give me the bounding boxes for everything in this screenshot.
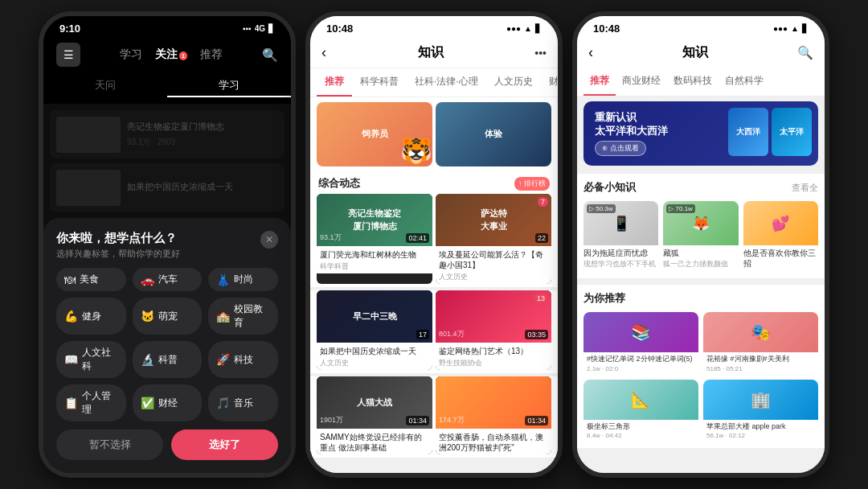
battery-3: ▋ xyxy=(802,24,809,33)
menu-icon[interactable]: ☰ xyxy=(56,43,80,67)
video-card-4[interactable]: 13 03:35 801.4万 鉴定网络热门艺术（13） 野生技能协会 xyxy=(436,290,551,370)
must-know-card-3[interactable]: 💕 他是否喜欢你教你三招 xyxy=(743,201,818,272)
tab-recommend-3[interactable]: 推荐 xyxy=(583,68,616,96)
tab-business-3[interactable]: 商业财经 xyxy=(616,68,667,96)
nav-badge: 1 xyxy=(179,51,187,60)
must-know-card-2[interactable]: 🦊 ▷ 70.1w 藏狐 狐一己之力拯救颜值 xyxy=(663,201,738,272)
phone1-content: 亮记生物鉴定厦门博物志 93.1万 · 2903 如果把中国历史浓缩成一天 你来… xyxy=(43,104,291,473)
back-button-3[interactable]: ‹ xyxy=(588,44,593,61)
tag-fashion[interactable]: 👗时尚 xyxy=(208,268,278,291)
skip-button[interactable]: 暂不选择 xyxy=(56,429,163,460)
page-title-3: 知识 xyxy=(600,44,791,61)
video-card-3[interactable]: 早二中三晚 17 如果把中国历史浓缩成一天 人文历史 xyxy=(317,290,432,370)
video-thumb-3: 早二中三晚 17 xyxy=(317,290,432,343)
rec-card-1[interactable]: 📚 #快速记忆单词 2分钟速记单词(5) 2.1w · 02:0 xyxy=(583,312,698,375)
tab-nature-3[interactable]: 自然科学 xyxy=(719,68,770,96)
banner-card-2[interactable]: 体验 xyxy=(436,102,551,166)
nav-bar-2: ‹ 知识 ••• xyxy=(310,38,558,68)
nav-bar-3: ‹ 知识 🔍 xyxy=(577,38,825,68)
must-know-title: 必备小知识 xyxy=(583,180,636,195)
status-bar-1: 9:10 ▪▪▪ 4G ▋ xyxy=(43,16,291,38)
recommend-row-2: 📐 极坐标三角形 8.4w · 04:42 🏢 苹果总部大楼 apple par… xyxy=(583,380,818,442)
tag-self-mgmt[interactable]: 📋个人管理 xyxy=(56,384,126,421)
tag-education[interactable]: 🏫校园教育 xyxy=(208,298,278,335)
rec-card-3[interactable]: 📐 极坐标三角形 8.4w · 04:42 xyxy=(583,380,698,442)
tag-pet[interactable]: 🐱萌宠 xyxy=(133,298,203,335)
video-card-2[interactable]: 萨达特大事业 7 22 埃及蔓延公司能算么活？【奇趣小国31】 人文历史 xyxy=(436,194,551,284)
rec-card-4[interactable]: 🏢 苹果总部大楼 apple park 56.1w · 02:12 xyxy=(703,380,818,442)
more-icon-2[interactable]: ••• xyxy=(534,47,547,60)
phone2-content: 饲养员 🐯 体验 综合动态 ↑ 排行榜 亮记生物鉴定厦门博物志 93.1万 02… xyxy=(310,97,558,473)
tag-food[interactable]: 🍽美食 xyxy=(56,268,126,291)
signal-3: ●●● xyxy=(773,24,788,33)
time-3: 10:48 xyxy=(593,23,620,35)
tag-science[interactable]: 🔬科普 xyxy=(133,341,203,378)
video-grid-3: 人猫大战 1901万 01:34 SAMMY始终觉设已经排有的重点 做法则事基础… xyxy=(310,376,558,458)
status-bar-3: 10:48 ●●● ▲ ▋ xyxy=(577,16,825,38)
phone-3: 10:48 ●●● ▲ ▋ ‹ 知识 🔍 推荐 商业财经 数码科技 自然科学 重… xyxy=(572,11,829,478)
search-icon-1[interactable]: 🔍 xyxy=(262,47,278,63)
watch-button-3[interactable]: ⊕ 点击观看 xyxy=(595,141,646,156)
tab-digital-3[interactable]: 数码科技 xyxy=(667,68,719,96)
modal-title: 你来啦，想学点什么？ xyxy=(56,231,180,246)
video-card-6[interactable]: 174.7万 01:34 空投薰香肠，自动杀猫机，澳洲200万野猫被判"死" xyxy=(436,376,551,454)
nav-tab-xuexi[interactable]: 学习 xyxy=(120,47,142,62)
wifi-3: ▲ xyxy=(791,24,799,33)
tag-fitness[interactable]: 💪健身 xyxy=(56,298,126,335)
nav-tab-guanzhu[interactable]: 关注1 xyxy=(155,47,187,62)
time-2: 10:48 xyxy=(326,23,353,35)
banner-card-1[interactable]: 饲养员 🐯 xyxy=(317,102,432,166)
rec-card-2[interactable]: 🎭 花裕缘 #河南豫剧#关美利 5185 · 05:21 xyxy=(703,312,818,375)
recommend-section-3: 为你推荐 📚 #快速记忆单词 2分钟速记单词(5) 2.1w · 02:0 🎭 xyxy=(577,285,825,448)
modal-header: 你来啦，想学点什么？ 选择兴趣标签，帮助你学的更好 ✕ xyxy=(56,231,278,260)
tabs-3: 推荐 商业财经 数码科技 自然科学 xyxy=(577,68,825,97)
video-thumb-4: 13 03:35 801.4万 xyxy=(436,290,551,343)
video-thumb-5: 人猫大战 1901万 01:34 xyxy=(317,376,432,429)
signal-icon-1: ▪▪▪ xyxy=(243,24,252,33)
tab-recommend-2[interactable]: 推荐 xyxy=(317,68,352,97)
close-button[interactable]: ✕ xyxy=(260,231,278,249)
nav-bar-1: ☰ 学习 关注1 推荐 🔍 xyxy=(43,38,291,72)
tab-social-2[interactable]: 社科·法律·心理 xyxy=(407,68,486,97)
video-thumb-1: 亮记生物鉴定厦门博物志 93.1万 02:41 xyxy=(317,194,432,246)
subtab-tianwen[interactable]: 天问 xyxy=(43,75,167,97)
must-know-see-all[interactable]: 查看全 xyxy=(792,182,818,194)
confirm-button[interactable]: 选好了 xyxy=(171,429,278,460)
tag-tech[interactable]: 🚀科技 xyxy=(208,341,278,378)
tag-car[interactable]: 🚗汽车 xyxy=(133,268,203,291)
back-button-2[interactable]: ‹ xyxy=(321,44,326,61)
status-icons-2: ●●● ▲ ▋ xyxy=(506,24,542,33)
modal-overlay: 你来啦，想学点什么？ 选择兴趣标签，帮助你学的更好 ✕ 🍽美食 🚗汽车 👗时尚 … xyxy=(43,104,291,473)
tab-science-2[interactable]: 科学科普 xyxy=(352,68,407,97)
recommend-row-1: 📚 #快速记忆单词 2分钟速记单词(5) 2.1w · 02:0 🎭 花裕缘 #… xyxy=(583,312,818,375)
must-know-section: 必备小知识 查看全 📱 ▷ 50.3w 因为拖延症而忧虑 现想学习也放不下手机 xyxy=(577,174,825,278)
recommend-header-3: 为你推荐 xyxy=(583,291,818,306)
tag-music[interactable]: 🎵音乐 xyxy=(208,384,278,421)
video-card-5[interactable]: 人猫大战 1901万 01:34 SAMMY始终觉设已经排有的重点 做法则事基础 xyxy=(317,376,432,454)
phone-1: 9:10 ▪▪▪ 4G ▋ ☰ 学习 关注1 推荐 🔍 天问 学习 亮记生物鉴定… xyxy=(39,11,296,478)
video-grid-1: 亮记生物鉴定厦门博物志 93.1万 02:41 厦门荧光海和红树林的生物 科学科… xyxy=(310,194,558,287)
status-icons-1: ▪▪▪ 4G ▋ xyxy=(243,24,275,33)
search-icon-3[interactable]: 🔍 xyxy=(797,45,813,60)
banner-img-atlantic: 大西洋 xyxy=(728,108,768,156)
status-icons-3: ●●● ▲ ▋ xyxy=(773,24,809,33)
nav-tab-tuijian[interactable]: 推荐 xyxy=(200,47,223,62)
ranking-badge[interactable]: ↑ 排行榜 xyxy=(514,177,550,191)
tag-finance[interactable]: ✅财经 xyxy=(133,384,203,421)
battery-2: ▋ xyxy=(535,24,542,33)
page-title-2: 知识 xyxy=(333,44,528,61)
recommend-title-3: 为你推荐 xyxy=(583,291,625,306)
video-card-1[interactable]: 亮记生物鉴定厦门博物志 93.1万 02:41 厦门荧光海和红树林的生物 科学科… xyxy=(317,194,432,284)
wifi-2: ▲ xyxy=(524,24,532,33)
tab-history-2[interactable]: 人文历史 xyxy=(486,68,541,97)
banner-img-pacific: 太平洋 xyxy=(772,108,812,156)
p3-banner[interactable]: 重新认识太平洋和大西洋 ⊕ 点击观看 大西洋 太平洋 xyxy=(583,101,818,166)
subtab-xuexi[interactable]: 学习 xyxy=(167,75,291,97)
network-1: 4G xyxy=(255,24,265,33)
must-know-card-1[interactable]: 📱 ▷ 50.3w 因为拖延症而忧虑 现想学习也放不下手机 xyxy=(583,201,658,272)
battery-1: ▋ xyxy=(268,24,275,33)
tab-finance-2[interactable]: 财 xyxy=(541,68,558,97)
nav-tabs: 学习 关注1 推荐 xyxy=(96,47,246,62)
video-grid-2: 早二中三晚 17 如果把中国历史浓缩成一天 人文历史 13 03:35 801.… xyxy=(310,290,558,373)
tag-humanities[interactable]: 📖人文社科 xyxy=(56,341,126,378)
